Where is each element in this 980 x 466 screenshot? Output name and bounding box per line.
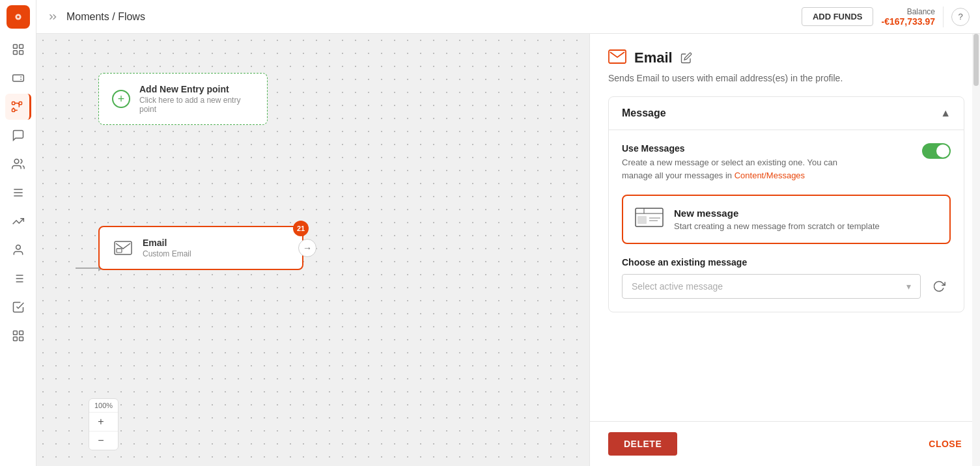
email-icon bbox=[113, 238, 133, 258]
flow-canvas[interactable]: + Add New Entry point Click here to add … bbox=[36, 34, 589, 466]
sidebar-item-campaigns[interactable] bbox=[5, 65, 31, 91]
sidebar-item-settings[interactable] bbox=[5, 323, 31, 349]
message-section-header: Message ▲ bbox=[609, 97, 964, 130]
entry-point-title: Add New Entry point bbox=[139, 84, 254, 94]
refresh-button[interactable] bbox=[927, 275, 951, 298]
select-placeholder: Select active message bbox=[632, 281, 723, 292]
entry-point-subtitle: Click here to add a new entry point bbox=[139, 96, 254, 114]
choose-existing-label: Choose an existing message bbox=[622, 257, 951, 267]
expand-icon[interactable] bbox=[47, 11, 59, 23]
svg-rect-22 bbox=[13, 331, 17, 335]
new-message-card-text: New message Start creating a new message… bbox=[674, 208, 880, 231]
new-message-card[interactable]: New message Start creating a new message… bbox=[622, 195, 951, 244]
zoom-in-button[interactable]: + bbox=[89, 413, 113, 431]
panel-subtitle: Sends Email to users with email address(… bbox=[608, 73, 964, 83]
header-divider bbox=[943, 7, 944, 27]
svg-rect-3 bbox=[13, 45, 17, 49]
sidebar-item-analytics[interactable] bbox=[5, 208, 31, 234]
panel-title: Email bbox=[634, 49, 673, 66]
svg-rect-4 bbox=[19, 45, 23, 49]
use-messages-title: Use Messages bbox=[622, 143, 869, 154]
svg-rect-27 bbox=[117, 249, 122, 253]
use-messages-text: Use Messages Create a new message or sel… bbox=[622, 143, 869, 182]
email-node-badge: 21 bbox=[293, 221, 309, 236]
balance-label: Balance bbox=[907, 7, 935, 16]
panel-header: Email bbox=[608, 49, 964, 66]
svg-rect-23 bbox=[19, 331, 23, 335]
svg-rect-25 bbox=[19, 337, 23, 341]
message-section-body: Use Messages Create a new message or sel… bbox=[609, 130, 964, 312]
balance-value: -€167,733.97 bbox=[881, 16, 935, 27]
section-collapse-icon[interactable]: ▲ bbox=[940, 107, 951, 119]
email-node-text: Email Custom Email bbox=[143, 238, 191, 258]
svg-point-15 bbox=[16, 245, 20, 250]
new-message-icon bbox=[635, 206, 664, 232]
canvas-area: + Add New Entry point Click here to add … bbox=[36, 34, 980, 466]
panel-scrollbar-thumb bbox=[973, 34, 979, 86]
sidebar-item-dashboard[interactable] bbox=[5, 36, 31, 62]
panel-edit-button[interactable] bbox=[680, 52, 692, 64]
dropdown-chevron-icon: ▾ bbox=[906, 281, 911, 292]
email-node-next-arrow[interactable]: → bbox=[298, 239, 316, 257]
email-panel-icon bbox=[608, 49, 626, 66]
new-message-title: New message bbox=[674, 208, 880, 219]
svg-rect-6 bbox=[19, 51, 23, 55]
email-node[interactable]: 21 Email Custom Email → bbox=[98, 226, 303, 270]
sidebar-item-messages[interactable] bbox=[5, 122, 31, 148]
sidebar-item-lists[interactable] bbox=[5, 266, 31, 292]
close-button[interactable]: CLOSE bbox=[929, 439, 962, 449]
sidebar-item-contacts[interactable] bbox=[5, 237, 31, 263]
svg-rect-24 bbox=[13, 337, 17, 341]
svg-rect-10 bbox=[12, 109, 15, 111]
svg-rect-5 bbox=[13, 51, 17, 55]
svg-rect-7 bbox=[12, 75, 23, 81]
sidebar-item-tags[interactable] bbox=[5, 180, 31, 206]
sidebar-logo[interactable] bbox=[7, 5, 30, 29]
email-node-subtitle: Custom Email bbox=[143, 249, 191, 258]
message-section-title: Message bbox=[622, 107, 666, 119]
select-active-message[interactable]: Select active message ▾ bbox=[622, 274, 921, 299]
delete-button[interactable]: DELETE bbox=[608, 432, 677, 456]
add-icon: + bbox=[112, 90, 130, 108]
entry-point-text: Add New Entry point Click here to add a … bbox=[139, 84, 254, 114]
use-messages-toggle[interactable] bbox=[922, 143, 951, 159]
sidebar-item-flows[interactable] bbox=[5, 94, 31, 120]
header: Moments / Flows ADD FUNDS Balance -€167,… bbox=[36, 0, 980, 34]
panel-content: Email Sends Email to users with email ad… bbox=[590, 34, 980, 421]
message-section: Message ▲ Use Messages Create a new mess… bbox=[608, 96, 964, 312]
svg-point-2 bbox=[17, 16, 20, 18]
sidebar-item-audience[interactable] bbox=[5, 151, 31, 177]
svg-rect-8 bbox=[12, 102, 15, 105]
sidebar bbox=[0, 0, 36, 466]
main-content: Moments / Flows ADD FUNDS Balance -€167,… bbox=[36, 0, 980, 466]
panel-footer: DELETE CLOSE bbox=[590, 421, 980, 466]
existing-message-row: Select active message ▾ bbox=[622, 274, 951, 299]
help-button[interactable]: ? bbox=[951, 8, 970, 26]
zoom-level: 100% bbox=[89, 399, 118, 413]
sidebar-item-audit[interactable] bbox=[5, 294, 31, 320]
content-messages-link[interactable]: Content/Messages bbox=[735, 171, 805, 180]
right-panel: Email Sends Email to users with email ad… bbox=[589, 34, 980, 466]
new-message-subtitle: Start creating a new message from scratc… bbox=[674, 221, 880, 231]
panel-scrollbar[interactable] bbox=[972, 34, 980, 466]
zoom-out-button[interactable]: − bbox=[89, 432, 113, 450]
svg-point-11 bbox=[14, 159, 19, 164]
use-messages-description: Create a new message or select an existi… bbox=[622, 156, 869, 182]
svg-rect-33 bbox=[637, 216, 647, 224]
add-funds-button[interactable]: ADD FUNDS bbox=[802, 7, 874, 26]
balance-section: Balance -€167,733.97 bbox=[881, 7, 935, 27]
email-node-title: Email bbox=[143, 238, 191, 248]
use-messages-row: Use Messages Create a new message or sel… bbox=[622, 143, 951, 182]
entry-point-node[interactable]: + Add New Entry point Click here to add … bbox=[98, 73, 268, 125]
zoom-controls: 100% + − bbox=[89, 398, 119, 450]
breadcrumb: Moments / Flows bbox=[66, 11, 145, 23]
